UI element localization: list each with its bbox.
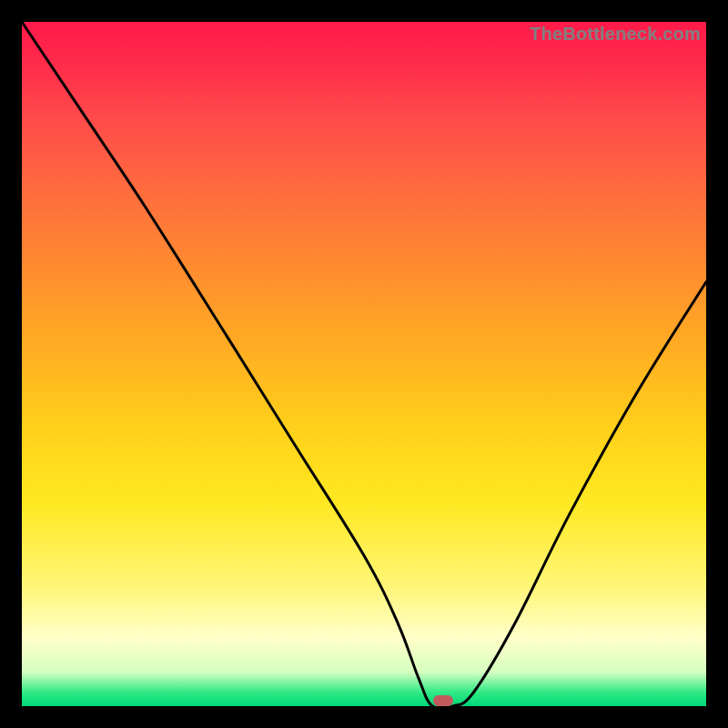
curve-path bbox=[22, 22, 706, 709]
plot-area: TheBottleneck.com bbox=[22, 22, 706, 706]
bottleneck-curve bbox=[22, 22, 706, 706]
chart-frame: TheBottleneck.com bbox=[0, 0, 728, 728]
